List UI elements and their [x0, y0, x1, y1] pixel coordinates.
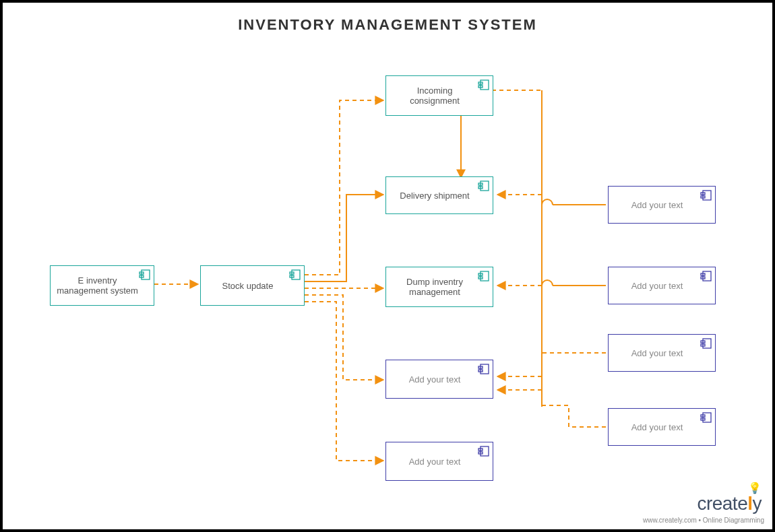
component-incoming-consignment[interactable]: Incoming consignment [385, 75, 493, 116]
svg-rect-34 [703, 271, 711, 281]
component-icon [289, 269, 301, 281]
component-label: Add your text [631, 422, 683, 432]
component-placeholder-2[interactable]: Add your text [385, 442, 493, 481]
svg-rect-10 [142, 270, 150, 279]
component-label: Add your text [631, 348, 683, 358]
component-right-1[interactable]: Add your text [608, 186, 716, 224]
component-right-2[interactable]: Add your text [608, 267, 716, 304]
component-icon [478, 270, 490, 282]
component-icon [700, 189, 712, 201]
component-icon [700, 270, 712, 282]
component-icon [478, 79, 490, 91]
svg-rect-28 [480, 446, 489, 456]
component-e-inventry-management[interactable]: E inventry management system [50, 265, 154, 306]
component-icon [139, 269, 151, 281]
component-stock-update[interactable]: Stock update [200, 265, 305, 306]
diagram-frame: INVENTORY MANAGEMENT SYSTEM [0, 0, 775, 532]
creately-logo: creately [697, 493, 762, 514]
svg-rect-16 [480, 80, 489, 90]
component-delivery-shipment[interactable]: Delivery shipment [385, 176, 493, 214]
svg-rect-25 [480, 364, 489, 374]
component-label: E inventry management system [56, 275, 139, 296]
diagram-title: INVENTORY MANAGEMENT SYSTEM [3, 16, 772, 34]
component-icon [700, 337, 712, 350]
component-icon [478, 180, 490, 192]
svg-rect-13 [292, 270, 300, 279]
component-label: Dump inventry management [392, 277, 478, 297]
footer-subline: www.creately.com • Online Diagramming [643, 517, 764, 524]
component-label: Delivery shipment [400, 191, 469, 201]
component-icon [478, 363, 490, 375]
component-dump-inventry-management[interactable]: Dump inventry management [385, 267, 493, 307]
svg-rect-40 [703, 413, 711, 422]
svg-rect-19 [480, 181, 489, 191]
component-placeholder-1[interactable]: Add your text [385, 360, 493, 399]
component-label: Add your text [631, 200, 683, 210]
component-label: Add your text [631, 281, 683, 291]
logo-prefix: create [697, 493, 747, 514]
component-label: Add your text [409, 374, 461, 385]
svg-rect-31 [703, 191, 711, 200]
component-icon [478, 445, 490, 457]
component-label: Stock update [222, 281, 274, 291]
component-label: Incoming consignment [392, 86, 478, 106]
svg-rect-22 [480, 271, 489, 281]
component-right-4[interactable]: Add your text [608, 408, 716, 446]
component-label: Add your text [409, 457, 461, 467]
component-icon [700, 411, 712, 424]
logo-suffix: y [753, 493, 762, 514]
svg-rect-37 [703, 339, 711, 348]
logo-accent: l [747, 493, 752, 514]
component-right-3[interactable]: Add your text [608, 334, 716, 372]
